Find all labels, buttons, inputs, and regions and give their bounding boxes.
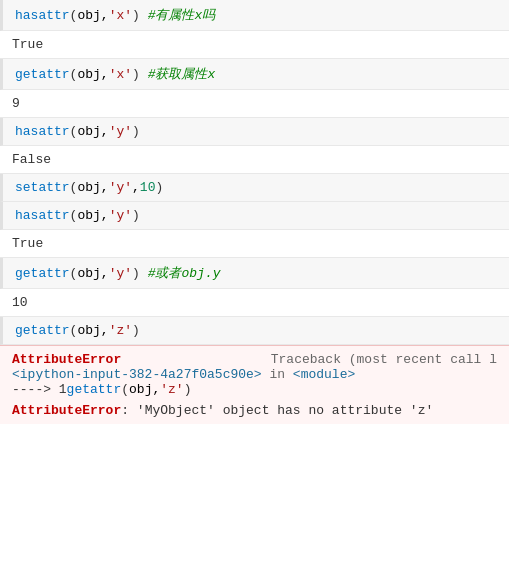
code-cell-7: getattr(obj,'z') — [0, 317, 509, 345]
notebook-container: hasattr(obj,'x') #有属性x吗 True getattr(obj… — [0, 0, 509, 424]
code-comment: #或者obj.y — [148, 266, 221, 281]
code-str: 'y' — [109, 266, 132, 281]
code-plain: obj, — [77, 266, 108, 281]
code-paren2: ) — [132, 67, 140, 82]
arrow: ----> 1 — [12, 382, 67, 397]
code-space — [140, 266, 148, 281]
code-cell-5: hasattr(obj,'y') — [0, 202, 509, 230]
code-str: 'z' — [109, 323, 132, 338]
code-fn: hasattr — [15, 124, 70, 139]
code-paren2: ) — [132, 323, 140, 338]
code-fn: getattr — [15, 323, 70, 338]
error-label: AttributeError — [12, 403, 121, 418]
output-text: False — [12, 152, 51, 167]
code-paren2: ) — [132, 124, 140, 139]
file-module: <module> — [293, 367, 355, 382]
code-str: 'x' — [109, 67, 132, 82]
code-plain: obj, — [77, 208, 108, 223]
code-fn: hasattr — [15, 8, 70, 23]
code-plain: obj, — [77, 8, 108, 23]
arrow-paren: ( — [121, 382, 129, 397]
code-paren2: ) — [155, 180, 163, 195]
code-comment: #获取属性x — [140, 67, 215, 82]
code-paren2: ) — [132, 208, 140, 223]
output-cell-3: False — [0, 146, 509, 174]
output-cell-2: 9 — [0, 90, 509, 118]
arrow-plain: obj, — [129, 382, 160, 397]
code-paren2: ) — [132, 8, 140, 23]
arrow-paren2: ) — [184, 382, 192, 397]
code-num: 10 — [140, 180, 156, 195]
code-plain2: , — [132, 180, 140, 195]
output-cell-5: True — [0, 230, 509, 258]
code-fn: getattr — [15, 67, 70, 82]
code-plain: obj, — [77, 180, 108, 195]
code-comment: #有属性x吗 — [148, 8, 216, 23]
traceback-file: <ipython-input-382-4a27f0a5c90e> in <mod… — [12, 367, 497, 382]
output-text: 10 — [12, 295, 28, 310]
output-text: True — [12, 37, 43, 52]
error-name-header: AttributeError — [12, 352, 121, 367]
code-str: 'y' — [109, 208, 132, 223]
code-str: 'x' — [109, 8, 132, 23]
error-message-line: AttributeError: 'MyObject' object has no… — [12, 403, 497, 418]
error-output: AttributeErrorTraceback (most recent cal… — [0, 345, 509, 424]
code-cell-2: getattr(obj,'x') #获取属性x — [0, 59, 509, 90]
code-fn: hasattr — [15, 208, 70, 223]
output-cell-6: 10 — [0, 289, 509, 317]
output-text: True — [12, 236, 43, 251]
file-ref: <ipython-input-382-4a27f0a5c90e> — [12, 367, 262, 382]
code-str: 'y' — [109, 180, 132, 195]
traceback-arrow-line: ----> 1 getattr(obj,'z') — [12, 382, 497, 397]
traceback-header: AttributeErrorTraceback (most recent cal… — [12, 352, 497, 367]
output-cell-1: True — [0, 31, 509, 59]
code-cell-1: hasattr(obj,'x') #有属性x吗 — [0, 0, 509, 31]
code-cell-3: hasattr(obj,'y') — [0, 118, 509, 146]
code-plain: obj, — [77, 323, 108, 338]
code-plain: obj, — [77, 67, 108, 82]
code-str: 'y' — [109, 124, 132, 139]
code-plain: obj, — [77, 124, 108, 139]
output-text: 9 — [12, 96, 20, 111]
arrow-str: 'z' — [160, 382, 183, 397]
file-in: in — [262, 367, 293, 382]
code-cell-4: setattr(obj,'y',10) — [0, 174, 509, 202]
code-paren2: ) — [132, 266, 140, 281]
code-fn: setattr — [15, 180, 70, 195]
traceback-label: Traceback (most recent call l — [271, 352, 497, 367]
code-space — [140, 8, 148, 23]
code-cell-6: getattr(obj,'y') #或者obj.y — [0, 258, 509, 289]
arrow-fn: getattr — [67, 382, 122, 397]
code-fn: getattr — [15, 266, 70, 281]
error-detail: 'MyObject' object has no attribute 'z' — [137, 403, 433, 418]
error-colon: : — [121, 403, 137, 418]
